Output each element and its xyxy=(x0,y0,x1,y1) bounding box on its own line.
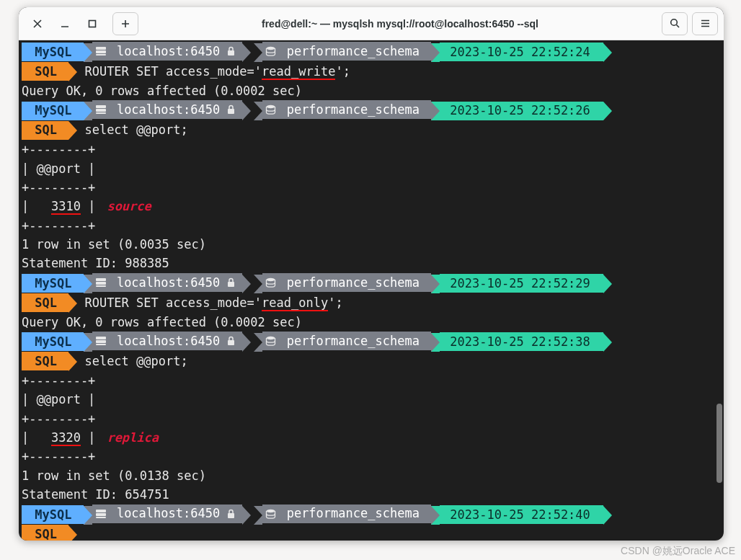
minimize-button[interactable] xyxy=(52,12,78,35)
server-icon xyxy=(95,105,107,115)
output-line: Statement ID: 654751 xyxy=(19,485,724,504)
sql-prompt-line: SQL select @@port; xyxy=(19,120,724,140)
svg-point-21 xyxy=(267,337,275,339)
highlighted-value: read_write xyxy=(262,64,335,80)
sql-command: ROUTER SET access_mode='read_write'; xyxy=(77,64,350,80)
output-line: | @@port | xyxy=(19,390,724,409)
svg-rect-10 xyxy=(228,109,234,114)
svg-point-26 xyxy=(267,509,275,512)
schema-segment: performance_schema xyxy=(262,42,431,61)
timestamp-segment: 2023-10-25 22:52:38 xyxy=(440,332,603,351)
svg-point-6 xyxy=(267,47,275,50)
mysql-segment: MySQL xyxy=(22,102,84,120)
timestamp-segment: 2023-10-25 22:52:26 xyxy=(440,102,603,120)
scrollbar-thumb[interactable] xyxy=(716,404,722,483)
svg-rect-8 xyxy=(96,109,106,112)
mysql-segment: MySQL xyxy=(22,332,84,351)
svg-rect-4 xyxy=(96,54,106,55)
close-button[interactable] xyxy=(25,12,50,35)
schema-segment: performance_schema xyxy=(262,505,431,523)
svg-point-16 xyxy=(267,278,275,281)
output-line: Query OK, 0 rows affected (0.0002 sec) xyxy=(19,81,724,100)
prompt-line: MySQL localhost:6450 performance_schema … xyxy=(19,42,724,62)
search-button[interactable] xyxy=(662,12,688,35)
schema-segment: performance_schema xyxy=(262,273,431,292)
output-line: Query OK, 0 rows affected (0.0002 sec) xyxy=(19,313,724,332)
window-title: fred@dell:~ — mysqlsh mysql://root@local… xyxy=(138,18,662,30)
server-icon xyxy=(95,509,107,519)
svg-rect-23 xyxy=(96,513,106,516)
sql-segment: SQL xyxy=(22,121,68,140)
host-segment: localhost:6450 xyxy=(92,42,243,61)
svg-rect-3 xyxy=(96,50,106,53)
schema-segment: performance_schema xyxy=(262,100,431,119)
sql-command xyxy=(77,527,84,541)
prompt-line: MySQL localhost:6450 performance_schema … xyxy=(19,332,724,352)
server-icon xyxy=(95,336,107,346)
database-icon xyxy=(265,336,276,346)
timestamp-segment: 2023-10-25 22:52:40 xyxy=(440,505,603,524)
mysql-segment: MySQL xyxy=(22,274,84,293)
sql-command: select @@port; xyxy=(77,354,188,368)
sql-prompt-line: SQL ROUTER SET access_mode='read_write'; xyxy=(19,62,724,81)
svg-rect-0 xyxy=(89,20,96,27)
svg-rect-24 xyxy=(96,517,106,518)
annotation-label: source xyxy=(95,199,151,213)
sql-segment: SQL xyxy=(22,352,68,370)
host-segment: localhost:6450 xyxy=(92,273,243,292)
sql-command: select @@port; xyxy=(77,123,188,137)
lock-icon xyxy=(227,509,235,519)
svg-rect-9 xyxy=(96,112,106,114)
sql-segment: SQL xyxy=(22,525,68,541)
lock-icon xyxy=(227,336,235,346)
database-icon xyxy=(265,277,276,288)
output-line: +--------+ xyxy=(19,409,724,428)
svg-rect-12 xyxy=(96,278,106,281)
new-tab-button[interactable] xyxy=(112,12,138,35)
server-icon xyxy=(95,46,107,56)
sql-prompt-line: SQL ROUTER SET access_mode='read_only'; xyxy=(19,293,724,313)
prompt-line: MySQL localhost:6450 performance_schema … xyxy=(19,273,724,293)
host-segment: localhost:6450 xyxy=(92,100,243,119)
lock-icon xyxy=(227,105,235,115)
server-icon xyxy=(95,277,107,288)
lock-icon xyxy=(227,277,235,288)
prompt-line: MySQL localhost:6450 performance_schema … xyxy=(19,505,724,525)
host-segment: localhost:6450 xyxy=(92,332,243,350)
output-line: | @@port | xyxy=(19,159,724,178)
svg-rect-13 xyxy=(96,282,106,285)
sql-prompt-line: SQL xyxy=(19,525,724,541)
port-value: 3320 xyxy=(51,430,81,446)
svg-rect-17 xyxy=(96,337,106,339)
svg-rect-18 xyxy=(96,340,106,343)
svg-rect-5 xyxy=(228,50,234,55)
svg-point-1 xyxy=(670,19,677,26)
database-icon xyxy=(265,46,276,56)
maximize-button[interactable] xyxy=(79,12,105,35)
svg-rect-2 xyxy=(96,47,106,50)
svg-point-11 xyxy=(267,105,275,108)
table-row: | 3310 |source xyxy=(19,197,724,215)
output-line: +--------+ xyxy=(19,216,724,235)
scrollbar[interactable] xyxy=(716,43,722,536)
prompt-line: MySQL localhost:6450 performance_schema … xyxy=(19,100,724,120)
mysql-segment: MySQL xyxy=(22,43,84,61)
timestamp-segment: 2023-10-25 22:52:29 xyxy=(440,274,603,293)
watermark: CSDN @姚远Oracle ACE xyxy=(621,545,735,558)
annotation-label: replica xyxy=(95,430,159,445)
svg-rect-20 xyxy=(228,340,234,345)
highlighted-value: read_only xyxy=(262,295,328,311)
schema-segment: performance_schema xyxy=(262,332,431,350)
svg-rect-14 xyxy=(96,285,106,287)
output-line: Statement ID: 988385 xyxy=(19,254,724,272)
terminal-body[interactable]: MySQL localhost:6450 performance_schema … xyxy=(19,40,724,541)
sql-prompt-line: SQL select @@port; xyxy=(19,352,724,371)
port-value: 3310 xyxy=(51,199,81,215)
terminal-window: fred@dell:~ — mysqlsh mysql://root@local… xyxy=(19,7,724,541)
sql-command: ROUTER SET access_mode='read_only'; xyxy=(77,295,342,311)
table-row: | 3320 |replica xyxy=(19,428,724,447)
output-line: +--------+ xyxy=(19,140,724,159)
output-line: +--------+ xyxy=(19,371,724,390)
menu-button[interactable] xyxy=(692,12,718,35)
svg-rect-22 xyxy=(96,510,106,512)
